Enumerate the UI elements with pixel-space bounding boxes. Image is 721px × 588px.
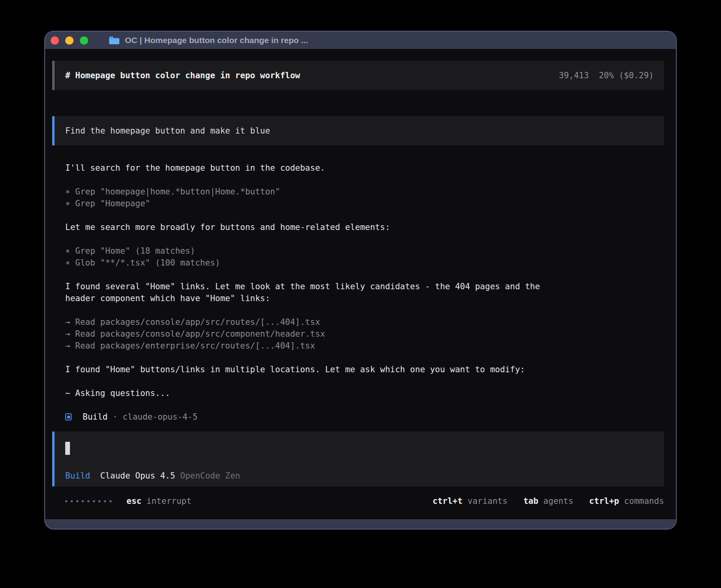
assistant-paragraph: I'll search for the homepage button in t… xyxy=(65,162,545,174)
shortcut-key: tab xyxy=(523,495,538,507)
tool-call-group: → Read packages/console/app/src/routes/[… xyxy=(65,316,664,352)
shortcut-interrupt: esc interrupt xyxy=(126,495,191,507)
session-title: # Homepage button color change in repo w… xyxy=(65,70,300,81)
agent-name: Build xyxy=(83,411,108,423)
session-cost: ($0.29) xyxy=(619,70,654,81)
tool-call-line: ∗ Glob "**/*.tsx" (100 matches) xyxy=(65,257,664,269)
spinner-dot xyxy=(87,500,89,502)
shortcut-label: variants xyxy=(468,495,508,507)
status-bar: esc interrupt ctrl+t variants tab agents… xyxy=(52,495,664,507)
shortcut-agents: tab agents xyxy=(523,495,573,507)
user-message: Find the homepage button and make it blu… xyxy=(52,116,664,145)
session-stats: 39,413 20% ($0.29) xyxy=(559,70,654,81)
shortcut-label: agents xyxy=(543,495,573,507)
agent-icon-dot xyxy=(67,416,70,418)
assistant-status-line: ~ Asking questions... xyxy=(65,387,545,399)
status-bar-right: ctrl+t variants tab agents ctrl+p comman… xyxy=(432,495,664,507)
tool-call-line: → Read packages/console/app/src/componen… xyxy=(65,328,664,340)
tool-call-group: ∗ Grep "Home" (18 matches) ∗ Glob "**/*.… xyxy=(65,245,664,269)
shortcut-commands: ctrl+p commands xyxy=(589,495,664,507)
tool-call-group: ∗ Grep "homepage|home.*button|Home.*butt… xyxy=(65,186,664,209)
folder-icon xyxy=(109,36,120,45)
user-message-text: Find the homepage button and make it blu… xyxy=(65,126,270,136)
window-bottom-edge xyxy=(45,519,676,529)
assistant-transcript: I'll search for the homepage button in t… xyxy=(52,162,664,423)
tool-call-line: → Read packages/console/app/src/routes/[… xyxy=(65,316,664,328)
shortcut-label: interrupt xyxy=(147,495,192,507)
spinner-dots xyxy=(65,500,111,502)
agent-status: Build · claude-opus-4-5 xyxy=(65,411,664,423)
tool-call-line: ∗ Grep "Homepage" xyxy=(65,198,664,209)
window-titlebar: OC | Homepage button color change in rep… xyxy=(45,32,676,49)
assistant-paragraph: Let me search more broadly for buttons a… xyxy=(65,221,545,233)
status-bar-left: esc interrupt xyxy=(65,495,191,507)
tool-call-line: ∗ Grep "Home" (18 matches) xyxy=(65,245,664,257)
assistant-paragraph: I found several "Home" links. Let me loo… xyxy=(65,281,545,304)
text-cursor xyxy=(65,442,70,455)
shortcut-key: ctrl+t xyxy=(432,495,462,507)
spinner-dot xyxy=(71,500,73,502)
shortcut-key: esc xyxy=(126,495,142,507)
prompt-input[interactable]: Build Claude Opus 4.5 OpenCode Zen xyxy=(52,432,664,486)
spinner-dot xyxy=(76,500,78,502)
spinner-dot xyxy=(82,500,84,502)
context-percent: 20% xyxy=(599,70,614,81)
prompt-model: Claude Opus 4.5 xyxy=(100,470,176,482)
shortcut-label: commands xyxy=(624,495,664,507)
window-controls xyxy=(51,36,88,45)
token-count: 39,413 xyxy=(559,70,589,81)
close-button[interactable] xyxy=(51,36,59,45)
tool-call-line: → Read packages/enterprise/src/routes/[.… xyxy=(65,340,664,352)
zoom-button[interactable] xyxy=(80,36,88,45)
tool-call-line: ∗ Grep "homepage|home.*button|Home.*butt… xyxy=(65,186,664,198)
agent-separator: · xyxy=(113,411,118,423)
session-header: # Homepage button color change in repo w… xyxy=(52,61,664,90)
spinner-dot xyxy=(93,500,95,502)
prompt-mode[interactable]: Build xyxy=(65,470,90,482)
prompt-provider: OpenCode Zen xyxy=(180,470,240,482)
terminal-window: OC | Homepage button color change in rep… xyxy=(44,31,677,530)
agent-model: claude-opus-4-5 xyxy=(123,411,198,423)
prompt-meta: Build Claude Opus 4.5 OpenCode Zen xyxy=(65,470,653,482)
minimize-button[interactable] xyxy=(65,36,74,45)
shortcut-variants: ctrl+t variants xyxy=(432,495,508,507)
prompt-input-line[interactable] xyxy=(65,442,653,455)
spinner-dot xyxy=(65,500,67,502)
build-agent-icon xyxy=(65,413,72,420)
spinner-dot xyxy=(104,500,106,502)
spinner-dot xyxy=(109,500,111,502)
terminal-content: # Homepage button color change in repo w… xyxy=(45,49,676,519)
assistant-paragraph: I found "Home" buttons/links in multiple… xyxy=(65,364,545,375)
window-title: OC | Homepage button color change in rep… xyxy=(125,36,308,45)
spinner-dot xyxy=(98,500,100,502)
shortcut-key: ctrl+p xyxy=(589,495,619,507)
